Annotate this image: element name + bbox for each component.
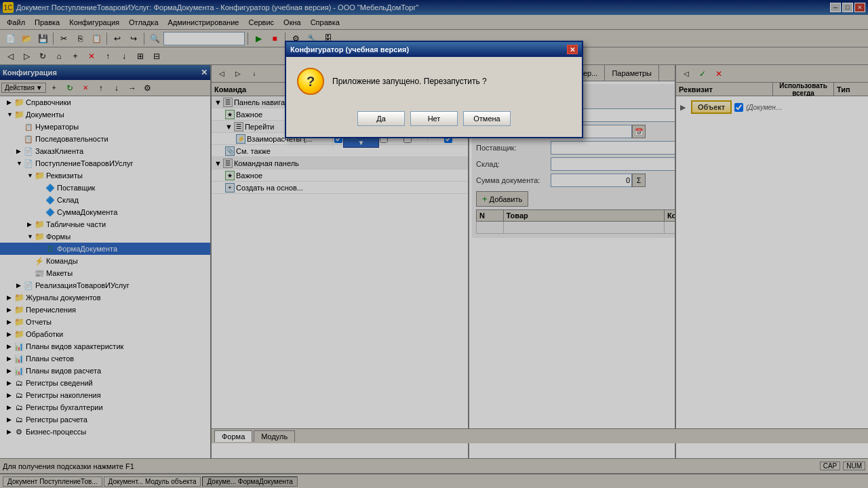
dialog-message: Приложение запущено. Перезапустить ? (332, 77, 487, 86)
dialog-footer: Да Нет Отмена (286, 106, 582, 137)
dialog-overlay: Конфигуратор (учебная версия) ✕ ? Прилож… (0, 0, 868, 488)
dialog-warning-icon: ? (297, 68, 324, 95)
dialog-title-bar: Конфигуратор (учебная версия) ✕ (286, 42, 582, 57)
dialog: Конфигуратор (учебная версия) ✕ ? Прилож… (285, 41, 583, 138)
dialog-title-text: Конфигуратор (учебная версия) (290, 45, 409, 54)
dialog-no-button[interactable]: Нет (410, 111, 458, 126)
dialog-close-button[interactable]: ✕ (567, 45, 578, 54)
dialog-cancel-button[interactable]: Отмена (463, 111, 511, 126)
dialog-body: ? Приложение запущено. Перезапустить ? (286, 57, 582, 106)
dialog-yes-button[interactable]: Да (357, 111, 405, 126)
